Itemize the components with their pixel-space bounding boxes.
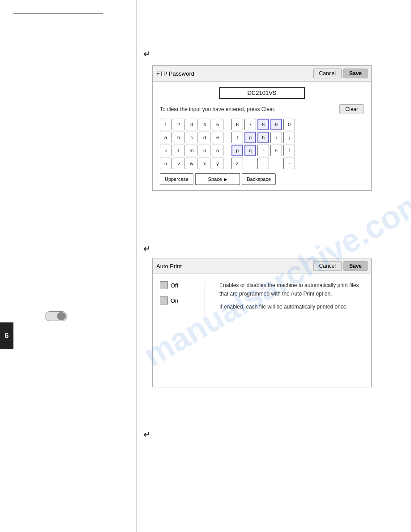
keyboard-container: 1 2 3 4 5 a b c d e xyxy=(160,119,364,171)
key-row-2-left: a b c d e xyxy=(160,132,223,143)
key-p[interactable]: p xyxy=(231,145,243,156)
clear-row: To clear the input you have entered, pre… xyxy=(160,104,364,114)
auto-print-on-option[interactable]: On xyxy=(160,296,196,305)
auto-print-save-button[interactable]: Save xyxy=(343,261,368,271)
key-e[interactable]: e xyxy=(212,132,223,143)
ftp-dialog-title: FTP Password xyxy=(156,70,194,77)
auto-print-dialog-body: Off On Enables or disables the machine t… xyxy=(153,274,371,333)
step2-icon: ↵ xyxy=(143,244,150,254)
toggle-outer xyxy=(45,311,67,321)
key-x[interactable]: x xyxy=(199,158,210,169)
key-8[interactable]: 8 xyxy=(257,119,269,130)
key-row-2-right: f g h i j xyxy=(231,132,295,143)
key-3[interactable]: 3 xyxy=(186,119,197,130)
bottom-keys-row: Uppercase Space ▶ Backspace xyxy=(160,173,364,185)
key-c[interactable]: c xyxy=(186,132,197,143)
key-dot[interactable]: · xyxy=(283,158,295,169)
ftp-save-button[interactable]: Save xyxy=(343,69,368,78)
key-z[interactable]: z xyxy=(231,158,243,169)
key-4[interactable]: 4 xyxy=(199,119,210,130)
key-g[interactable]: g xyxy=(244,132,256,143)
space-label: Space xyxy=(208,176,222,182)
key-j[interactable]: j xyxy=(283,132,295,143)
key-a[interactable]: a xyxy=(160,132,171,143)
top-rule xyxy=(13,13,103,14)
toggle-inner xyxy=(57,312,66,320)
left-separator xyxy=(137,0,137,532)
backspace-button[interactable]: Backspace xyxy=(242,173,276,185)
key-n[interactable]: n xyxy=(199,145,210,156)
uppercase-button[interactable]: Uppercase xyxy=(160,173,193,185)
key-7[interactable]: 7 xyxy=(244,119,256,130)
space-arrow-icon: ▶ xyxy=(224,177,227,182)
key-2[interactable]: 2 xyxy=(173,119,184,130)
key-q[interactable]: q xyxy=(244,145,256,156)
auto-print-dialog-box: Auto Print Cancel Save Off On xyxy=(152,258,372,387)
key-row-3-left: k l m n o xyxy=(160,145,223,156)
auto-print-on-radio[interactable] xyxy=(160,296,168,305)
key-row-4-left: u v w x y xyxy=(160,158,223,169)
key-0[interactable]: 0 xyxy=(283,119,295,130)
auto-print-options: Off On xyxy=(160,281,196,326)
step3-icon: ↵ xyxy=(143,430,150,440)
auto-print-desc-line2: If enabled, each file will be automatica… xyxy=(219,303,359,311)
auto-print-off-label: Off xyxy=(171,282,178,289)
ftp-dialog-body: To clear the input you have entered, pre… xyxy=(153,82,371,190)
key-5[interactable]: 5 xyxy=(212,119,223,130)
ftp-password-input[interactable] xyxy=(219,87,305,99)
key-b[interactable]: b xyxy=(173,132,184,143)
key-gap-1 xyxy=(244,158,256,169)
auto-print-dialog-header: Auto Print Cancel Save xyxy=(153,258,371,274)
key-i[interactable]: i xyxy=(270,132,282,143)
key-w[interactable]: w xyxy=(186,158,197,169)
key-s[interactable]: s xyxy=(270,145,282,156)
key-v[interactable]: v xyxy=(173,158,184,169)
key-k[interactable]: k xyxy=(160,145,171,156)
key-row-1-right: 6 7 8 9 0 xyxy=(231,119,295,130)
key-row-4-right: z - · xyxy=(231,158,295,169)
key-o[interactable]: o xyxy=(212,145,223,156)
ftp-dialog-box: FTP Password Cancel Save To clear the in… xyxy=(152,65,372,191)
keyboard-right: 6 7 8 9 0 f g h i j xyxy=(231,119,295,171)
toggle-switch-icon xyxy=(45,311,67,321)
key-u[interactable]: u xyxy=(160,158,171,169)
auto-print-spacer xyxy=(153,333,371,387)
key-1[interactable]: 1 xyxy=(160,119,171,130)
auto-print-off-option[interactable]: Off xyxy=(160,281,196,289)
sidebar-tab-label: 6 xyxy=(5,332,9,340)
ftp-header-buttons: Cancel Save xyxy=(313,69,368,78)
auto-print-desc-line1: Enables or disables the machine to autom… xyxy=(219,281,359,298)
key-row-3-right: p q r s t xyxy=(231,145,295,156)
space-button[interactable]: Space ▶ xyxy=(195,173,240,185)
key-row-1-left: 1 2 3 4 5 xyxy=(160,119,223,130)
auto-print-off-radio[interactable] xyxy=(160,281,168,289)
keyboard-gap xyxy=(223,119,231,171)
key-m[interactable]: m xyxy=(186,145,197,156)
auto-print-divider xyxy=(205,281,205,326)
key-h[interactable]: h xyxy=(257,132,269,143)
key-9[interactable]: 9 xyxy=(270,119,282,130)
keyboard-left: 1 2 3 4 5 a b c d e xyxy=(160,119,223,171)
key-gap-2 xyxy=(270,158,282,169)
sidebar-tab: 6 xyxy=(0,322,13,349)
ftp-input-row xyxy=(160,87,364,99)
key-t[interactable]: t xyxy=(283,145,295,156)
step1-icon: ↵ xyxy=(143,49,150,59)
key-6[interactable]: 6 xyxy=(231,119,243,130)
auto-print-cancel-button[interactable]: Cancel xyxy=(313,261,342,271)
clear-button[interactable]: Clear xyxy=(339,104,364,114)
key-l[interactable]: l xyxy=(173,145,184,156)
key-d[interactable]: d xyxy=(199,132,210,143)
ftp-cancel-button[interactable]: Cancel xyxy=(313,69,342,78)
clear-instruction-text: To clear the input you have entered, pre… xyxy=(160,106,275,112)
auto-print-dialog-title: Auto Print xyxy=(156,263,182,270)
auto-print-dialog: Auto Print Cancel Save Off On xyxy=(152,254,372,398)
key-f[interactable]: f xyxy=(231,132,243,143)
ftp-password-dialog: FTP Password Cancel Save To clear the in… xyxy=(152,62,372,202)
key-r[interactable]: r xyxy=(257,145,269,156)
key-dash[interactable]: - xyxy=(257,158,269,169)
auto-print-header-buttons: Cancel Save xyxy=(313,261,368,271)
auto-print-on-label: On xyxy=(171,297,178,304)
key-y[interactable]: y xyxy=(212,158,223,169)
ftp-dialog-header: FTP Password Cancel Save xyxy=(153,66,371,82)
